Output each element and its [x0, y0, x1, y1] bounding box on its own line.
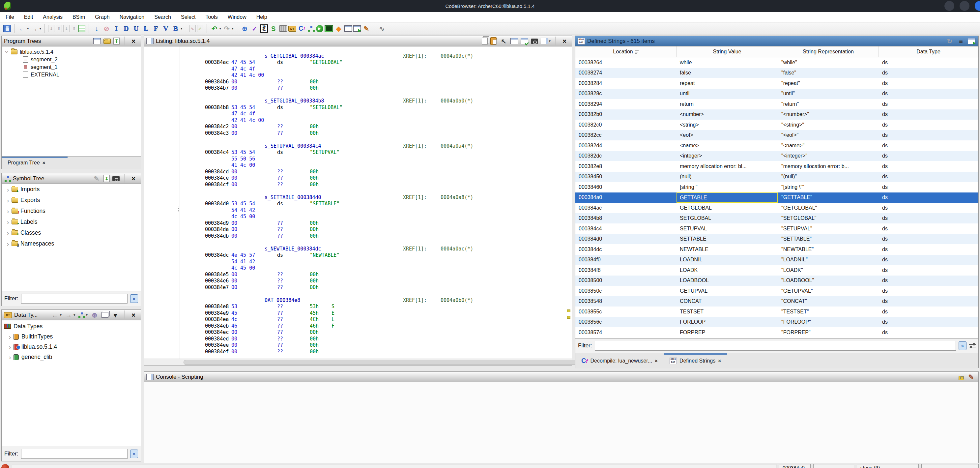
import-book-icon[interactable]: ↧	[103, 175, 110, 182]
menu-file[interactable]: File	[1, 12, 19, 22]
table-row[interactable]: 0003855cTESTSET"TESTSET"ds	[575, 307, 978, 317]
listing-label-line[interactable]: s_NEWTABLE_000384dcXREF[1]:0004a0ac(*)	[144, 246, 572, 253]
menu-navigation[interactable]: Navigation	[115, 12, 150, 22]
string-representation-cell[interactable]: "<name>"	[778, 143, 879, 149]
column-header-location[interactable]: Location	[575, 46, 676, 57]
tab-close-icon[interactable]: ×	[655, 358, 658, 363]
string-representation-cell[interactable]: "return"	[778, 101, 879, 107]
data-type-cell[interactable]: ds	[879, 298, 978, 304]
column-header-string-representation[interactable]: String Representation	[778, 46, 879, 57]
string-representation-cell[interactable]: "while"	[778, 60, 879, 65]
menu-search[interactable]: Search	[149, 12, 176, 22]
listing-line[interactable]: 000384e600??00h	[144, 278, 572, 285]
listing-line[interactable]: 000384e500??00h	[144, 272, 572, 278]
patch-out-icon[interactable]: ⇗	[197, 25, 203, 32]
mark-undefined-icon[interactable]: U	[132, 24, 140, 33]
table-row[interactable]: 00038450(null)"(null)"ds	[575, 172, 978, 182]
redo-icon[interactable]: ↷▾	[223, 24, 234, 33]
datatype-folder-icon[interactable]: DT	[288, 26, 296, 32]
xref-address[interactable]: 0004a0b0(*)	[441, 297, 473, 303]
string-value-cell[interactable]: TESTSET	[676, 309, 778, 315]
location-cell[interactable]: 00038450	[575, 174, 676, 180]
table-row[interactable]: 00038274false"false"ds	[575, 68, 978, 78]
table-row[interactable]: 00038500LOADBOOL"LOADBOOL"ds	[575, 275, 978, 286]
table-row[interactable]: 00038294return"return"ds	[575, 99, 978, 110]
mark-label-icon[interactable]: L	[142, 24, 150, 33]
refresh-icon[interactable]: ↻	[945, 37, 954, 46]
location-cell[interactable]: 0003828c	[575, 91, 676, 97]
string-representation-cell[interactable]: "[string \""	[778, 184, 879, 190]
validate-icon[interactable]: ✓	[250, 24, 259, 33]
listing-line[interactable]: 000384c300??00h	[144, 130, 572, 137]
listing-line[interactable]: 000384cd00??00h	[144, 169, 572, 175]
string-value-cell[interactable]: SETTABLE	[676, 236, 778, 242]
data-type-cell[interactable]: ds	[879, 101, 978, 107]
listing-line[interactable]: 47 4c 4f	[144, 111, 572, 117]
string-representation-cell[interactable]: "repeat"	[778, 80, 879, 86]
program-tree-item-external[interactable]: EXTERNAL	[2, 71, 141, 78]
string-value-cell[interactable]: <eof>	[676, 132, 778, 138]
back-icon-dropdown[interactable]: ▾	[27, 26, 29, 31]
table-row[interactable]: 00038548CONCAT"CONCAT"ds	[575, 296, 978, 307]
string-value-cell[interactable]: <string>	[676, 122, 778, 128]
listing-line[interactable]: 000384db00??00h	[144, 233, 572, 240]
location-cell[interactable]: 000382b0	[575, 111, 676, 117]
listing-line[interactable]: 000384dc4e 45 57ds"NEWTABLE"	[144, 252, 572, 259]
menu-caret-icon[interactable]: ▾	[111, 311, 119, 319]
location-cell[interactable]: 000382cc	[575, 132, 676, 138]
panel-toggle-icon-dropdown[interactable]: ▾	[549, 39, 550, 43]
listing-line[interactable]: 000384cf00??00h	[144, 181, 572, 188]
undo-icon-dropdown[interactable]: ▾	[220, 26, 221, 31]
patch-import-icon[interactable]: ⇓	[63, 25, 70, 32]
memory-map-icon[interactable]	[78, 25, 85, 32]
location-cell[interactable]: 00038460	[575, 184, 676, 190]
memory-chip-icon[interactable]	[325, 25, 333, 32]
close-icon[interactable]: ×	[129, 37, 138, 46]
expand-icon[interactable]: ›	[4, 48, 11, 56]
forward-icon-dropdown[interactable]: ▾	[40, 26, 41, 31]
location-cell[interactable]: 0003855c	[575, 309, 676, 315]
program-tree-root[interactable]: ›→liblua.so.5.1.4	[2, 48, 141, 56]
menu-graph[interactable]: Graph	[90, 12, 115, 22]
string-representation-cell[interactable]: "LOADK"	[778, 267, 879, 273]
data-type-cell[interactable]: ds	[879, 132, 978, 138]
tab-defined-strings[interactable]: 0101DATDefined Strings×	[663, 353, 727, 368]
string-value-cell[interactable]: <integer>	[676, 153, 778, 159]
menu-edit[interactable]: Edit	[19, 12, 38, 22]
string-representation-cell[interactable]: "SETUPVAL"	[778, 226, 879, 232]
world-icon[interactable]: ⊕	[240, 24, 249, 33]
data-type-cell[interactable]: ds	[879, 226, 978, 232]
listing-line[interactable]: 000384eb46??46hF	[144, 323, 572, 330]
listing-line[interactable]: 000384ea4c??4ChL	[144, 317, 572, 323]
string-value-cell[interactable]: SETGLOBAL	[676, 215, 778, 221]
string-representation-cell[interactable]: "TESTSET"	[778, 309, 879, 315]
console-header[interactable]: Console - Scripting ✎	[144, 372, 978, 382]
location-cell[interactable]: 000384dc	[575, 247, 676, 253]
string-value-cell[interactable]: <name>	[676, 143, 778, 149]
script-icon[interactable]: S	[269, 24, 278, 33]
export-table-icon[interactable]	[968, 38, 975, 44]
data-type-cell[interactable]: ds	[879, 164, 978, 169]
listing-view[interactable]: s_GETGLOBAL_000384acXREF[1]:0004a09c(*)0…	[144, 46, 572, 359]
string-value-cell[interactable]: FORLOOP	[676, 319, 778, 325]
pencil-icon[interactable]: ✎	[967, 373, 975, 381]
new-tree-icon[interactable]	[93, 38, 101, 44]
string-representation-cell[interactable]: "SETTABLE"	[778, 236, 879, 242]
menu-analysis[interactable]: Analysis	[38, 12, 68, 22]
string-representation-cell[interactable]: "GETUPVAL"	[778, 288, 879, 294]
string-value-cell[interactable]: return	[676, 101, 778, 107]
patch-export-icon[interactable]: ⇑	[71, 25, 77, 32]
data-type-cell[interactable]: ds	[879, 153, 978, 159]
list-icon[interactable]: ≡	[957, 37, 965, 46]
string-value-cell[interactable]: GETGLOBAL	[676, 205, 778, 211]
xref-address[interactable]: 0004a0ac(*)	[441, 246, 473, 252]
location-cell[interactable]: 000382dc	[575, 153, 676, 159]
close-window-button[interactable]	[975, 1, 980, 11]
symbol-tree-item-functions[interactable]: ›fFunctions	[2, 206, 141, 216]
data-type-cell[interactable]: ds	[879, 80, 978, 86]
table-row[interactable]: 000384acGETGLOBAL"GETGLOBAL"ds	[575, 203, 978, 213]
table-row[interactable]: 000382cc<eof>"<eof>"ds	[575, 130, 978, 141]
listing-label-line[interactable]: s_SETTABLE_000384d0XREF[1]:0004a0a8(*)	[144, 194, 572, 201]
data-type-cell[interactable]: ds	[879, 236, 978, 242]
filter-options-icon[interactable]: »	[130, 294, 138, 303]
